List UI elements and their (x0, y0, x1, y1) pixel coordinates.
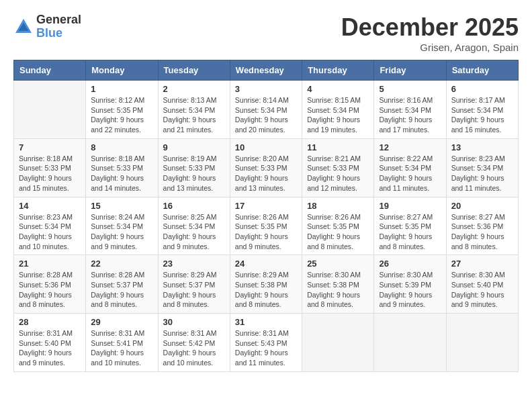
day-number: 28 (19, 317, 81, 327)
day-info: Sunrise: 8:25 AMSunset: 5:34 PMDaylight:… (163, 212, 225, 252)
day-number: 22 (91, 259, 152, 269)
day-info: Sunrise: 8:29 AMSunset: 5:38 PMDaylight:… (235, 270, 297, 310)
day-number: 21 (19, 259, 81, 269)
calendar-cell: 24Sunrise: 8:29 AMSunset: 5:38 PMDayligh… (230, 255, 302, 314)
month-title: December 2025 (341, 13, 519, 42)
day-header-tuesday: Tuesday (158, 60, 230, 81)
calendar-week-4: 21Sunrise: 8:28 AMSunset: 5:36 PMDayligh… (14, 255, 519, 314)
day-number: 10 (235, 142, 297, 152)
calendar-week-3: 14Sunrise: 8:23 AMSunset: 5:34 PMDayligh… (14, 197, 519, 255)
day-info: Sunrise: 8:27 AMSunset: 5:35 PMDaylight:… (379, 212, 441, 252)
day-number: 8 (91, 142, 152, 152)
title-section: December 2025 Grisen, Aragon, Spain (341, 13, 519, 53)
day-info: Sunrise: 8:12 AMSunset: 5:35 PMDaylight:… (91, 95, 152, 135)
day-number: 18 (307, 201, 369, 211)
day-number: 16 (163, 201, 225, 211)
calendar-header-row: SundayMondayTuesdayWednesdayThursdayFrid… (14, 60, 519, 81)
day-info: Sunrise: 8:22 AMSunset: 5:34 PMDaylight:… (379, 154, 441, 193)
day-number: 26 (379, 259, 441, 269)
day-number: 5 (379, 84, 441, 94)
day-number: 31 (235, 317, 297, 327)
calendar-cell: 2Sunrise: 8:13 AMSunset: 5:34 PMDaylight… (158, 81, 230, 139)
calendar-cell: 20Sunrise: 8:27 AMSunset: 5:36 PMDayligh… (446, 197, 518, 255)
day-header-wednesday: Wednesday (230, 60, 302, 81)
day-info: Sunrise: 8:18 AMSunset: 5:33 PMDaylight:… (19, 154, 81, 193)
calendar-cell: 30Sunrise: 8:31 AMSunset: 5:42 PMDayligh… (158, 314, 230, 372)
day-number: 12 (379, 142, 441, 152)
calendar-cell: 29Sunrise: 8:31 AMSunset: 5:41 PMDayligh… (86, 314, 158, 372)
day-info: Sunrise: 8:23 AMSunset: 5:34 PMDaylight:… (19, 212, 81, 252)
day-info: Sunrise: 8:26 AMSunset: 5:35 PMDaylight:… (307, 212, 369, 252)
day-info: Sunrise: 8:17 AMSunset: 5:34 PMDaylight:… (451, 95, 513, 135)
calendar-cell: 14Sunrise: 8:23 AMSunset: 5:34 PMDayligh… (14, 197, 86, 255)
day-info: Sunrise: 8:31 AMSunset: 5:42 PMDaylight:… (163, 328, 225, 368)
day-info: Sunrise: 8:27 AMSunset: 5:36 PMDaylight:… (451, 212, 513, 252)
day-info: Sunrise: 8:31 AMSunset: 5:43 PMDaylight:… (235, 328, 297, 368)
day-info: Sunrise: 8:28 AMSunset: 5:37 PMDaylight:… (91, 270, 152, 310)
day-number: 19 (379, 201, 441, 211)
logo-blue: Blue (36, 27, 81, 40)
calendar-cell: 27Sunrise: 8:30 AMSunset: 5:40 PMDayligh… (446, 255, 518, 314)
calendar-cell: 17Sunrise: 8:26 AMSunset: 5:35 PMDayligh… (230, 197, 302, 255)
day-number: 30 (163, 317, 225, 327)
day-number: 3 (235, 84, 297, 94)
calendar-cell: 31Sunrise: 8:31 AMSunset: 5:43 PMDayligh… (230, 314, 302, 372)
calendar-cell (14, 81, 86, 139)
calendar-cell (302, 314, 374, 372)
day-number: 11 (307, 142, 369, 152)
location: Grisen, Aragon, Spain (341, 42, 519, 53)
day-info: Sunrise: 8:16 AMSunset: 5:34 PMDaylight:… (379, 95, 441, 135)
calendar-cell: 8Sunrise: 8:18 AMSunset: 5:33 PMDaylight… (86, 138, 158, 197)
calendar-cell: 6Sunrise: 8:17 AMSunset: 5:34 PMDaylight… (446, 81, 518, 139)
day-info: Sunrise: 8:24 AMSunset: 5:34 PMDaylight:… (91, 212, 152, 252)
calendar-cell: 1Sunrise: 8:12 AMSunset: 5:35 PMDaylight… (86, 81, 158, 139)
day-number: 23 (163, 259, 225, 269)
calendar-cell: 12Sunrise: 8:22 AMSunset: 5:34 PMDayligh… (374, 138, 446, 197)
day-info: Sunrise: 8:15 AMSunset: 5:34 PMDaylight:… (307, 95, 369, 135)
calendar-cell: 10Sunrise: 8:20 AMSunset: 5:33 PMDayligh… (230, 138, 302, 197)
calendar-cell: 19Sunrise: 8:27 AMSunset: 5:35 PMDayligh… (374, 197, 446, 255)
day-info: Sunrise: 8:28 AMSunset: 5:36 PMDaylight:… (19, 270, 81, 310)
day-info: Sunrise: 8:23 AMSunset: 5:34 PMDaylight:… (451, 154, 513, 193)
calendar-cell: 18Sunrise: 8:26 AMSunset: 5:35 PMDayligh… (302, 197, 374, 255)
calendar-cell: 4Sunrise: 8:15 AMSunset: 5:34 PMDaylight… (302, 81, 374, 139)
day-number: 7 (19, 142, 81, 152)
day-info: Sunrise: 8:30 AMSunset: 5:38 PMDaylight:… (307, 270, 369, 310)
day-info: Sunrise: 8:26 AMSunset: 5:35 PMDaylight:… (235, 212, 297, 252)
day-info: Sunrise: 8:29 AMSunset: 5:37 PMDaylight:… (163, 270, 225, 310)
logo-general: General (36, 13, 81, 27)
calendar-cell: 7Sunrise: 8:18 AMSunset: 5:33 PMDaylight… (14, 138, 86, 197)
calendar-cell (446, 314, 518, 372)
calendar-cell: 11Sunrise: 8:21 AMSunset: 5:33 PMDayligh… (302, 138, 374, 197)
day-number: 9 (163, 142, 225, 152)
calendar-cell: 25Sunrise: 8:30 AMSunset: 5:38 PMDayligh… (302, 255, 374, 314)
day-number: 27 (451, 259, 513, 269)
day-info: Sunrise: 8:19 AMSunset: 5:33 PMDaylight:… (163, 154, 225, 193)
day-number: 14 (19, 201, 81, 211)
day-number: 2 (163, 84, 225, 94)
calendar-cell: 5Sunrise: 8:16 AMSunset: 5:34 PMDaylight… (374, 81, 446, 139)
day-info: Sunrise: 8:14 AMSunset: 5:34 PMDaylight:… (235, 95, 297, 135)
day-number: 29 (91, 317, 152, 327)
calendar-cell: 13Sunrise: 8:23 AMSunset: 5:34 PMDayligh… (446, 138, 518, 197)
day-header-monday: Monday (86, 60, 158, 81)
day-info: Sunrise: 8:21 AMSunset: 5:33 PMDaylight:… (307, 154, 369, 193)
page-header: General Blue December 2025 Grisen, Arago… (13, 13, 519, 53)
day-number: 24 (235, 259, 297, 269)
day-info: Sunrise: 8:30 AMSunset: 5:39 PMDaylight:… (379, 270, 441, 310)
day-number: 25 (307, 259, 369, 269)
calendar-cell (374, 314, 446, 372)
calendar-cell: 23Sunrise: 8:29 AMSunset: 5:37 PMDayligh… (158, 255, 230, 314)
logo-text: General Blue (36, 13, 81, 40)
calendar-cell: 28Sunrise: 8:31 AMSunset: 5:40 PMDayligh… (14, 314, 86, 372)
calendar: SundayMondayTuesdayWednesdayThursdayFrid… (13, 60, 519, 372)
day-info: Sunrise: 8:18 AMSunset: 5:33 PMDaylight:… (91, 154, 152, 193)
logo-icon (13, 17, 34, 37)
day-header-thursday: Thursday (302, 60, 374, 81)
calendar-cell: 16Sunrise: 8:25 AMSunset: 5:34 PMDayligh… (158, 197, 230, 255)
day-header-sunday: Sunday (14, 60, 86, 81)
day-number: 1 (91, 84, 152, 94)
day-header-friday: Friday (374, 60, 446, 81)
calendar-cell: 22Sunrise: 8:28 AMSunset: 5:37 PMDayligh… (86, 255, 158, 314)
day-info: Sunrise: 8:31 AMSunset: 5:41 PMDaylight:… (91, 328, 152, 368)
